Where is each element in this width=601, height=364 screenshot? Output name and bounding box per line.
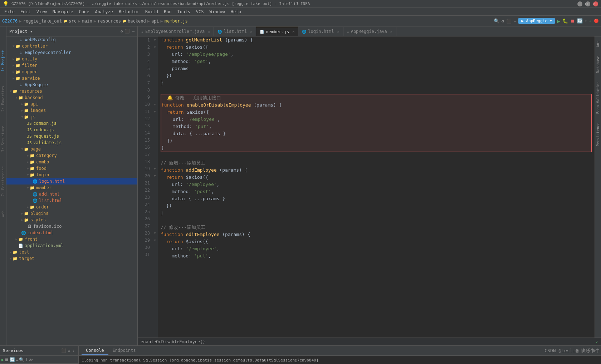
run-btn[interactable]: ▶: [557, 18, 560, 24]
bc-resources[interactable]: resources: [98, 19, 121, 24]
fold-api[interactable]: ▶: [21, 103, 24, 105]
tree-item-employeecontroller[interactable]: ☕ EmployeeController: [6, 49, 137, 56]
bottom-tab-console[interactable]: Console: [82, 346, 108, 355]
menu-view[interactable]: View: [34, 9, 50, 15]
bottom-tab-endpoints[interactable]: Endpoints: [108, 346, 140, 355]
tree-item-plugins[interactable]: ▶ 📁 plugins: [6, 210, 137, 217]
bc-file[interactable]: member.js: [165, 19, 188, 24]
close-button[interactable]: ✕: [593, 1, 598, 6]
fold-backend[interactable]: ▼: [15, 96, 18, 99]
code-content[interactable]: function getMemberList (params) { return…: [158, 36, 595, 338]
tab-close-icon[interactable]: ✕: [292, 30, 294, 34]
git-btn[interactable]: ⬆: [585, 19, 587, 23]
svc-more-icon[interactable]: ≫: [29, 357, 33, 362]
fold-28[interactable]: ▼: [152, 230, 158, 237]
tree-item-member-folder[interactable]: ▼ 📁 member: [6, 185, 137, 191]
fold-11[interactable]: ▼: [152, 108, 158, 115]
right-tab-database[interactable]: Database: [595, 53, 601, 76]
fold-food[interactable]: ▶: [26, 167, 29, 170]
tree-item-login-folder[interactable]: ▼ 📁 login: [6, 172, 137, 178]
tree-item-appreggie[interactable]: ☕ AppReggie: [6, 82, 137, 88]
svc-type-icon[interactable]: T: [25, 357, 28, 362]
bc-main[interactable]: main: [82, 19, 92, 24]
fold-front[interactable]: ▶: [15, 238, 18, 241]
maximize-button[interactable]: □: [585, 1, 590, 6]
tree-item-favicon[interactable]: 🖼 favicon.ico: [6, 223, 137, 230]
fold-20[interactable]: ▼: [152, 172, 158, 179]
fold-service[interactable]: ▶: [12, 77, 15, 80]
menu-code[interactable]: Code: [76, 9, 92, 15]
tree-item-images[interactable]: ▶ 📁 images: [6, 107, 137, 114]
tab-close-icon[interactable]: ✕: [250, 30, 252, 34]
fold-entity[interactable]: ▶: [12, 58, 15, 60]
tree-item-target[interactable]: ▶ 📁 target: [6, 255, 137, 262]
fold-controller[interactable]: ▼: [12, 45, 15, 48]
tree-item-order[interactable]: ▶ 📁 order: [6, 204, 137, 210]
fold-target[interactable]: ▶: [9, 257, 12, 260]
tab-employeecontroller[interactable]: ☕ EmployeeController.java ✕: [138, 27, 214, 36]
tree-item-resources[interactable]: ▼ 📁 resources: [6, 88, 137, 94]
fold-resources[interactable]: ▼: [9, 90, 12, 93]
tree-item-styles[interactable]: ▶ 📁 styles: [6, 217, 137, 223]
left-tab-project[interactable]: 1: Project: [0, 48, 6, 74]
debug-btn[interactable]: 🐛: [562, 18, 568, 24]
bc-module[interactable]: reggie_take_out: [23, 19, 62, 24]
stop-btn[interactable]: ⏹: [570, 18, 575, 24]
services-gear-icon[interactable]: ⚙: [68, 348, 70, 353]
fold-29[interactable]: ▼: [152, 237, 158, 244]
tree-item-api[interactable]: ▶ 📁 api: [6, 101, 137, 107]
tree-item-application-yml[interactable]: 📄 application.yml: [6, 242, 137, 249]
menu-refactor[interactable]: Refactor: [116, 9, 142, 15]
svc-restart-icon[interactable]: 🔄: [10, 357, 15, 362]
left-tab-structure[interactable]: 7: Structure: [0, 124, 6, 154]
svc-run-icon[interactable]: ▶: [1, 357, 4, 362]
sidebar-expand-icon[interactable]: ⬛: [125, 29, 130, 34]
menu-file[interactable]: File: [1, 9, 18, 15]
tree-item-entity[interactable]: ▶ 📁 entity: [6, 56, 137, 62]
fold-order[interactable]: ▶: [26, 206, 29, 208]
tree-item-backend[interactable]: ▼ 📁 backend: [6, 94, 137, 101]
menu-build[interactable]: Build: [142, 9, 161, 15]
tree-item-common-js[interactable]: JS common.js: [6, 120, 137, 127]
settings-icon[interactable]: ⚙: [502, 19, 504, 24]
sidebar-minimize-icon[interactable]: —: [132, 29, 135, 34]
tree-item-list-html[interactable]: 🌐 list.html: [6, 197, 137, 204]
menu-run[interactable]: Run: [161, 9, 175, 15]
bc-project[interactable]: GZ2076: [2, 19, 18, 24]
minimize-button[interactable]: —: [577, 1, 582, 6]
services-expand-icon[interactable]: ⬛: [61, 348, 66, 353]
svc-collapse-icon[interactable]: ≡: [16, 357, 18, 362]
fold-styles[interactable]: ▶: [21, 218, 24, 221]
sidebar-gear-icon[interactable]: ⚙: [121, 29, 123, 34]
tree-item-mapper[interactable]: ▶ 📁 mapper: [6, 69, 137, 75]
search-everywhere-icon[interactable]: 🔍: [494, 18, 499, 24]
fold-19[interactable]: ▼: [152, 165, 158, 172]
tree-item-webmvcconfig[interactable]: ☕ WebMvcConfig: [6, 36, 137, 43]
fold-10[interactable]: ▼: [152, 101, 158, 108]
services-settings-icon[interactable]: ⋮: [72, 348, 75, 353]
fold-1[interactable]: ▼: [152, 36, 158, 44]
left-tab-favorites[interactable]: 2: Favorites: [0, 84, 6, 114]
menu-vcs[interactable]: VCS: [193, 9, 207, 15]
tab-list-html[interactable]: 🌐 list.html ✕: [214, 27, 256, 36]
tree-item-index-html[interactable]: 🌐 index.html: [6, 230, 137, 236]
update-btn[interactable]: 🔄: [577, 18, 583, 24]
fold-test[interactable]: ▶: [9, 251, 12, 254]
left-tab-web[interactable]: Web: [0, 208, 6, 219]
tree-item-service[interactable]: ▶ 📁 service: [6, 75, 137, 82]
menu-help[interactable]: Help: [228, 9, 244, 15]
tab-appreggie-java[interactable]: ☕ AppReggie.java ✕: [343, 27, 396, 36]
left-tab-persistence[interactable]: Z: Persistence: [0, 164, 6, 198]
tree-item-login-html[interactable]: 🌐 login.html: [6, 178, 137, 185]
right-tab-ant[interactable]: Ant: [595, 38, 601, 50]
tree-item-page[interactable]: ▼ 📁 page: [6, 146, 137, 152]
bc-api[interactable]: api: [151, 19, 159, 24]
fold-mapper[interactable]: ▶: [12, 70, 15, 73]
fold-2[interactable]: ▼: [152, 44, 158, 51]
fold-page[interactable]: ▼: [21, 148, 24, 151]
tree-item-test[interactable]: ▶ 📁 test: [6, 249, 137, 255]
tree-item-add-html[interactable]: 🌐 add.html: [6, 191, 137, 197]
tree-item-food[interactable]: ▶ 📁 food: [6, 165, 137, 172]
tree-item-front[interactable]: ▶ 📁 front: [6, 236, 137, 242]
fold-filter[interactable]: ▶: [12, 64, 15, 67]
